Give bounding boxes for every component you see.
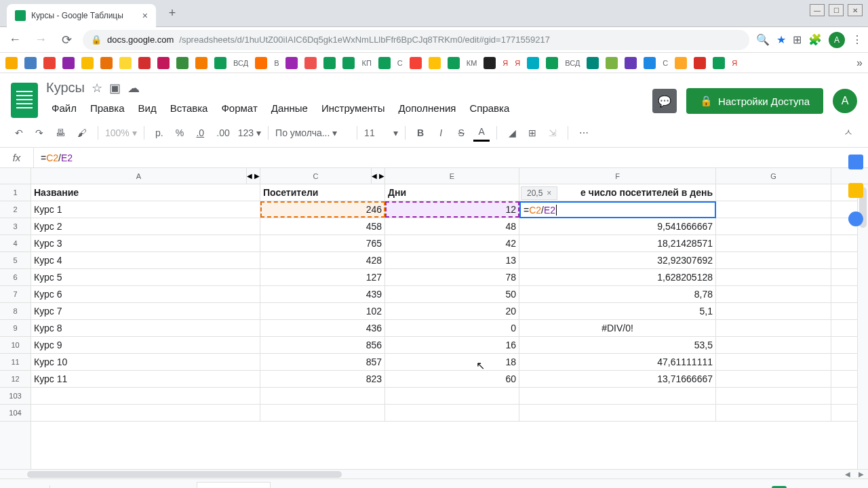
cell[interactable]: 765 [260,235,385,251]
cell[interactable]: 823 [260,371,385,387]
cell[interactable] [716,337,831,353]
menu-help[interactable]: Справка [464,100,515,117]
row-header[interactable]: 6 [0,269,31,286]
cell-c2-reference[interactable]: 246 [260,201,385,218]
bookmark-icon[interactable] [100,57,113,69]
cell[interactable] [716,371,831,387]
cell[interactable]: Курс 2 [31,218,260,235]
col-header-g[interactable]: G [716,168,831,184]
close-icon[interactable]: × [547,188,551,198]
cell[interactable]: Дни [385,184,519,201]
cell[interactable]: 9,541666667 [519,218,716,235]
calendar-icon[interactable] [848,155,863,169]
new-tab-button[interactable]: + [163,4,182,23]
bookmark-label[interactable]: С [663,59,668,67]
cell[interactable] [716,286,831,302]
bookmark-icon[interactable] [675,57,687,69]
bookmark-icon[interactable] [285,57,298,69]
row-header[interactable]: 9 [0,320,31,337]
cell[interactable] [260,405,385,421]
bookmark-label[interactable]: Я [502,59,508,67]
cell[interactable]: Название [31,184,260,201]
menu-format[interactable]: Формат [216,100,262,117]
cell[interactable] [519,405,716,421]
bookmark-icon[interactable] [176,57,189,69]
col-header-e[interactable]: E [385,168,519,184]
collapse-toolbar-button[interactable]: ㅅ [840,124,857,142]
cell[interactable]: Курс 8 [31,320,260,336]
cell[interactable] [716,303,831,319]
profile-avatar[interactable]: А [829,32,845,48]
star-icon[interactable]: ★ [776,33,786,46]
dec-increase-button[interactable]: .00 [212,125,233,141]
bookmark-icon[interactable] [694,57,706,69]
sheet-tab[interactable]: Ответы на форму (2) ▾ [56,483,191,489]
row-header[interactable]: 10 [0,337,31,354]
cell[interactable]: 5,1 [519,303,716,319]
cell[interactable] [716,388,831,404]
redo-button[interactable]: ↷ [31,125,47,141]
bookmark-icon[interactable] [378,57,391,69]
bookmark-label[interactable]: Я [732,59,737,67]
row-header[interactable]: 104 [0,405,31,422]
cell[interactable]: 857 [260,354,385,370]
cell[interactable] [716,320,831,336]
cell[interactable]: 47,61111111 [519,354,716,370]
borders-button[interactable]: ⊞ [524,125,540,141]
cell[interactable] [716,218,831,235]
bookmark-label[interactable]: ВСД [233,59,248,67]
col-header-f[interactable]: F [519,168,716,184]
bookmark-label[interactable]: С [397,59,403,67]
bookmark-icon[interactable] [5,57,18,69]
star-icon[interactable]: ☆ [92,81,102,96]
cell-error[interactable]: #DIV/0! [519,320,716,336]
cell[interactable]: Курс 10 [31,354,260,370]
menu-addons[interactable]: Дополнения [393,100,462,117]
bookmark-icon[interactable] [713,57,725,69]
column-group-toggle[interactable]: ◀ ▶ [372,168,385,184]
cell[interactable]: Курс 3 [31,235,260,251]
explore-button[interactable]: Анализ данных [772,486,860,489]
row-header[interactable]: 3 [0,218,31,235]
menu-icon[interactable]: ⋮ [852,33,863,46]
cell[interactable] [385,405,519,421]
bookmark-label[interactable]: В [274,59,279,67]
bookmark-icon[interactable] [429,57,441,69]
bookmark-label[interactable]: Я [515,59,520,67]
dec-decrease-button[interactable]: .0 [192,125,208,141]
paint-format-button[interactable]: 🖌 [73,125,91,141]
bookmark-icon[interactable] [644,57,656,69]
move-icon[interactable]: ▣ [109,81,121,96]
cell[interactable]: Курс 7 [31,303,260,319]
close-tab-icon[interactable]: × [142,10,148,21]
bookmark-label[interactable]: ВСД [565,59,580,67]
cell[interactable]: 60 [385,371,519,387]
bookmark-icon[interactable] [625,57,637,69]
zoom-icon[interactable]: 🔍 [756,33,770,46]
cell[interactable] [716,201,831,218]
cell[interactable]: Посетители [260,184,385,201]
doc-title[interactable]: Курсы [46,80,85,96]
undo-button[interactable]: ↶ [11,125,27,141]
row-header[interactable]: 4 [0,235,31,252]
install-icon[interactable]: ⊞ [793,33,802,46]
bookmark-icon[interactable] [214,57,226,69]
extensions-icon[interactable]: 🧩 [808,33,822,46]
bookmarks-overflow[interactable]: » [856,57,863,69]
cell[interactable]: 18 [385,354,519,370]
tasks-icon[interactable] [848,211,863,226]
cell[interactable] [716,405,831,421]
menu-tools[interactable]: Инструменты [316,100,391,117]
bookmark-icon[interactable] [410,57,422,69]
row-header[interactable]: 7 [0,286,31,303]
bookmark-icon[interactable] [448,57,460,69]
cell[interactable]: 53,5 [519,337,716,353]
url-input[interactable]: 🔒 docs.google.com/spreadsheets/d/1huUtZ0… [83,30,749,50]
cell[interactable]: 32,92307692 [519,252,716,268]
font-size-dropdown[interactable]: 11 ▾ [364,127,398,138]
col-header-a[interactable]: A [31,168,247,184]
cell[interactable] [716,252,831,268]
strike-button[interactable]: S [453,125,469,141]
minimize-button[interactable]: — [810,4,825,16]
row-header[interactable]: 8 [0,303,31,320]
